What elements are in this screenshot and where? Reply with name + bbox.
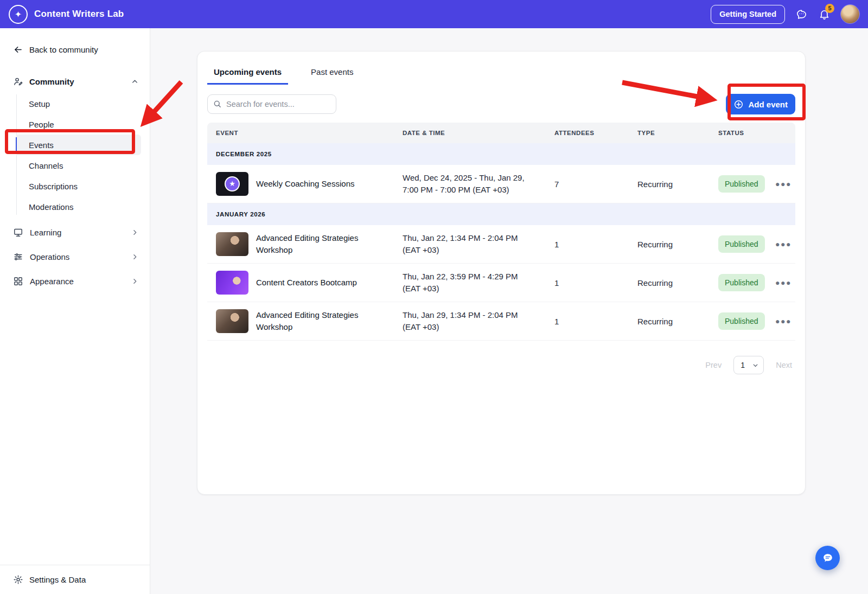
event-title: Content Creators Bootcamp (256, 277, 357, 289)
sidebar-item-label: Channels (29, 161, 63, 170)
chevron-right-icon (131, 253, 139, 261)
row-actions-menu-button[interactable]: ●●● (772, 179, 795, 189)
community-icon (13, 76, 23, 87)
column-header-attendees: ATTENDEES (546, 130, 629, 136)
event-title: Weekly Coaching Sessions (256, 178, 354, 190)
event-datetime: Thu, Jan 29, 1:34 PM - 2:04 PM (EAT +03) (394, 309, 546, 334)
sidebar-item-label: Subscriptions (29, 182, 78, 191)
sidebar-item-channels[interactable]: Channels (16, 155, 141, 176)
event-cell: Advanced Editing Strategies Workshop (207, 232, 394, 256)
event-attendees: 7 (546, 180, 629, 189)
event-row[interactable]: Advanced Editing Strategies Workshop Thu… (207, 302, 795, 341)
column-header-status: STATUS (710, 130, 769, 136)
column-header-datetime: DATE & TIME (394, 130, 546, 136)
sidebar-item-moderations[interactable]: Moderations (16, 196, 141, 217)
chat-launcher-icon (822, 552, 834, 564)
chevron-right-icon (131, 228, 139, 237)
tab-past-events[interactable]: Past events (304, 62, 360, 85)
sidebar-item-label: Appearance (30, 277, 74, 286)
search-input[interactable] (207, 94, 336, 114)
page-body: Back to community Community Setup People… (0, 28, 868, 594)
search-icon (213, 99, 222, 108)
chat-bubble-icon (795, 8, 808, 21)
sidebar-item-subscriptions[interactable]: Subscriptions (16, 176, 141, 196)
events-table: EVENT DATE & TIME ATTENDEES TYPE STATUS … (207, 123, 795, 341)
events-card: Upcoming events Past events Add event (197, 51, 806, 495)
sidebar-item-label: Moderations (29, 202, 74, 212)
event-thumbnail (216, 271, 248, 295)
add-event-label: Add event (748, 100, 788, 109)
status-badge: Published (718, 235, 765, 253)
sidebar-item-learning[interactable]: Learning (0, 220, 150, 245)
user-avatar[interactable] (841, 5, 859, 23)
settings-and-data-link[interactable]: Settings & Data (0, 565, 150, 594)
learning-icon (13, 227, 23, 238)
event-row[interactable]: Advanced Editing Strategies Workshop Thu… (207, 225, 795, 264)
back-to-community-link[interactable]: Back to community (13, 44, 150, 55)
events-tabs: Upcoming events Past events (207, 62, 795, 85)
table-header-row: EVENT DATE & TIME ATTENDEES TYPE STATUS (207, 123, 795, 143)
sidebar-item-label: Learning (30, 228, 61, 237)
row-actions-menu-button[interactable]: ●●● (772, 278, 795, 288)
gear-icon (13, 574, 23, 585)
event-thumbnail (216, 232, 248, 256)
sidebar-item-appearance[interactable]: Appearance (0, 269, 150, 293)
notification-count-badge: 5 (825, 4, 834, 13)
event-row[interactable]: Content Creators Bootcamp Thu, Jan 22, 3… (207, 264, 795, 302)
event-attendees: 1 (546, 317, 629, 326)
status-badge: Published (718, 175, 765, 193)
sidebar-item-label: Events (29, 140, 54, 150)
chat-launcher-button[interactable] (815, 546, 840, 570)
event-row[interactable]: Weekly Coaching Sessions Wed, Dec 24, 20… (207, 165, 795, 203)
notifications-button[interactable]: 5 (818, 8, 831, 21)
admin-sidebar: Back to community Community Setup People… (0, 28, 150, 594)
event-type: Recurring (629, 240, 710, 249)
appearance-icon (13, 276, 23, 286)
event-type: Recurring (629, 317, 710, 326)
back-arrow-icon (13, 44, 23, 55)
operations-icon (13, 252, 23, 262)
chevron-right-icon (131, 277, 139, 285)
search-box (207, 94, 336, 114)
event-thumbnail (216, 172, 248, 196)
event-title: Advanced Editing Strategies Workshop (256, 309, 367, 333)
event-datetime: Thu, Jan 22, 1:34 PM - 2:04 PM (EAT +03) (394, 232, 546, 257)
page-select[interactable]: 1 (733, 356, 764, 374)
sidebar-item-label: Operations (30, 252, 69, 261)
chevron-down-icon (752, 362, 759, 369)
column-header-type: TYPE (629, 130, 710, 136)
event-type: Recurring (629, 180, 710, 189)
status-badge: Published (718, 274, 765, 291)
add-event-button[interactable]: Add event (726, 94, 795, 114)
settings-label: Settings & Data (29, 575, 86, 584)
back-to-community-label: Back to community (29, 45, 98, 54)
row-actions-menu-button[interactable]: ●●● (772, 316, 795, 326)
prev-page-button[interactable]: Prev (702, 360, 725, 370)
getting-started-button[interactable]: Getting Started (711, 5, 785, 24)
event-title: Advanced Editing Strategies Workshop (256, 232, 367, 256)
sidebar-item-operations[interactable]: Operations (0, 245, 150, 269)
pagination: Prev 1 Next (207, 356, 795, 374)
sidebar-item-people[interactable]: People (16, 114, 141, 135)
app-title: Content Writers Lab (34, 9, 124, 20)
event-attendees: 1 (546, 240, 629, 249)
sidebar-item-events[interactable]: Events (16, 135, 141, 155)
event-type: Recurring (629, 278, 710, 288)
event-datetime: Wed, Dec 24, 2025 - Thu, Jan 29, 7:00 PM… (394, 172, 546, 196)
messages-button[interactable] (795, 8, 808, 21)
next-page-button[interactable]: Next (773, 360, 795, 370)
top-bar: ✦ Content Writers Lab Getting Started 5 (0, 0, 868, 28)
event-datetime: Thu, Jan 22, 3:59 PM - 4:29 PM (EAT +03) (394, 271, 546, 295)
current-page: 1 (741, 361, 745, 369)
event-cell: Weekly Coaching Sessions (207, 172, 394, 196)
event-cell: Content Creators Bootcamp (207, 271, 394, 295)
tab-upcoming-events[interactable]: Upcoming events (207, 62, 288, 85)
main-content: Upcoming events Past events Add event (150, 28, 868, 594)
status-badge: Published (718, 312, 765, 330)
brand: ✦ Content Writers Lab (9, 5, 124, 24)
sidebar-section-community[interactable]: Community (0, 71, 150, 92)
plus-circle-icon (733, 99, 744, 110)
row-actions-menu-button[interactable]: ●●● (772, 239, 795, 249)
events-toolbar: Add event (207, 94, 795, 114)
sidebar-item-setup[interactable]: Setup (16, 93, 141, 114)
